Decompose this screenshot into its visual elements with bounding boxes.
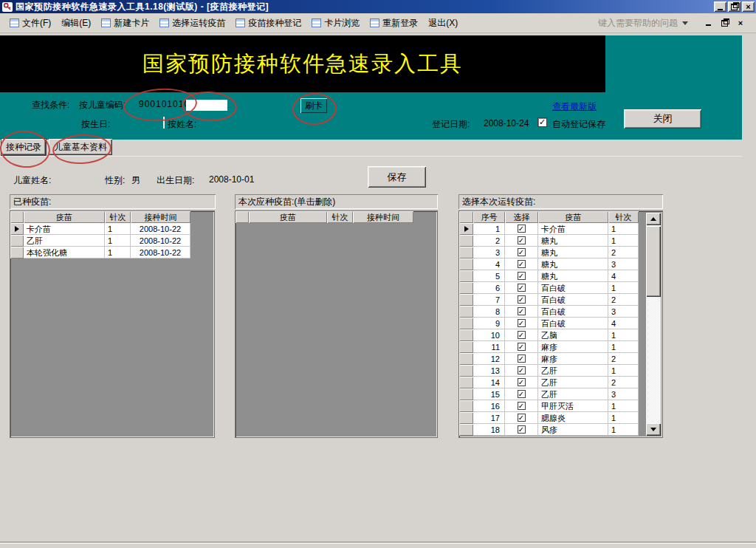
dose-cell[interactable]: 4 [608,318,639,329]
select-cell[interactable]: ✓ [505,282,538,294]
row-selector-cell[interactable] [459,318,473,329]
table-row[interactable]: 卡介苗12008-10-22 [10,223,214,235]
vaccine-cell[interactable]: 乙肝 [538,365,608,377]
vaccine-cell[interactable]: 糖丸 [538,235,608,247]
table-row[interactable]: 18✓风疹1 [459,424,662,436]
table-row[interactable]: 乙肝12008-10-22 [10,235,214,247]
table-row[interactable]: 9✓百白破4 [459,318,662,329]
select-cell[interactable]: ✓ [505,247,538,258]
dose-cell[interactable]: 1 [608,400,639,412]
select-checkbox[interactable]: ✓ [518,331,526,339]
tab-child-basic-info[interactable]: 儿童基本资料 [49,139,112,155]
table-row[interactable]: 10✓乙脑1 [459,329,662,341]
row-selector-cell[interactable] [10,235,24,247]
dose-column-header[interactable]: 针次 [105,211,131,223]
select-checkbox[interactable]: ✓ [518,390,526,398]
select-cell[interactable]: ✓ [505,412,538,424]
number-cell[interactable]: 15 [473,388,505,400]
select-checkbox[interactable]: ✓ [518,272,526,280]
dose-column-header[interactable]: 针次 [327,211,353,223]
table-row[interactable]: 7✓百白破2 [459,294,662,306]
dose-cell[interactable]: 1 [608,329,639,341]
table-row[interactable]: 17✓腮腺炎1 [459,412,662,424]
menu-item[interactable]: 文件(F) [4,15,56,32]
vaccine-cell[interactable]: 百白破 [538,294,608,306]
child-close-button[interactable]: × [735,18,746,28]
vaccine-cell[interactable]: 乙肝 [24,235,105,247]
number-cell[interactable]: 9 [473,318,505,329]
table-row[interactable]: 6✓百白破1 [459,282,662,294]
select-checkbox[interactable]: ✓ [518,378,526,386]
vaccine-cell[interactable]: 卡介苗 [24,223,105,235]
number-cell[interactable]: 18 [473,424,505,436]
select-column-header[interactable]: 选择 [505,211,538,223]
menu-item[interactable]: 新建卡片 [96,15,154,32]
menu-item[interactable]: 卡片浏览 [306,15,365,32]
date-column-header[interactable]: 接种时间 [353,211,413,223]
vaccine-column-header[interactable]: 疫苗 [24,211,105,223]
select-checkbox[interactable]: ✓ [518,425,526,434]
number-cell[interactable]: 7 [473,294,505,306]
vaccine-column-header[interactable]: 疫苗 [538,211,608,223]
select-cell[interactable]: ✓ [505,270,538,282]
row-selector-cell[interactable] [459,377,473,388]
number-cell[interactable]: 17 [473,412,505,424]
select-cell[interactable]: ✓ [505,365,538,377]
number-cell[interactable]: 4 [473,258,505,270]
select-cell[interactable]: ✓ [505,341,538,353]
date-column-header[interactable]: 接种时间 [131,211,190,223]
table-row[interactable]: 2✓糖丸1 [459,235,662,247]
dose-cell[interactable]: 1 [608,341,639,353]
select-cell[interactable]: ✓ [505,353,538,365]
table-row[interactable]: 13✓乙肝1 [459,365,662,377]
number-cell[interactable]: 5 [473,270,505,282]
row-selector-cell[interactable] [459,294,473,306]
select-checkbox[interactable]: ✓ [518,225,526,233]
date-cell[interactable]: 2008-10-22 [131,247,190,258]
row-selector-cell[interactable] [459,282,473,294]
vaccine-cell[interactable]: 本轮强化糖 [24,247,105,258]
select-checkbox[interactable]: ✓ [518,319,526,327]
dose-cell[interactable]: 4 [608,270,639,282]
select-checkbox[interactable]: ✓ [518,343,526,351]
vaccine-column-header[interactable]: 疫苗 [249,211,327,223]
vaccine-cell[interactable]: 乙肝 [538,388,608,400]
scrollbar-thumb[interactable] [646,226,661,297]
table-row[interactable]: 14✓乙肝2 [459,377,662,388]
vaccine-cell[interactable]: 百白破 [538,318,608,329]
dose-cell[interactable]: 1 [608,365,639,377]
select-checkbox[interactable]: ✓ [518,414,526,422]
row-selector-cell[interactable] [459,341,473,353]
select-checkbox[interactable]: ✓ [518,307,526,315]
menu-item[interactable]: 编辑(E) [56,15,96,32]
dose-cell[interactable]: 2 [608,377,639,388]
select-checkbox[interactable]: ✓ [518,366,526,374]
select-cell[interactable]: ✓ [505,329,538,341]
vaccine-cell[interactable]: 糖丸 [538,247,608,258]
menu-item[interactable]: 退出(X) [423,15,463,32]
vaccine-cell[interactable]: 甲肝灭活 [538,400,608,412]
number-cell[interactable]: 3 [473,247,505,258]
minimize-button[interactable] [714,1,726,12]
dose-cell[interactable]: 2 [608,353,639,365]
child-minimize-button[interactable] [703,18,713,28]
select-checkbox[interactable]: ✓ [518,355,526,363]
select-checkbox[interactable]: ✓ [518,284,526,292]
row-selector-cell[interactable] [459,258,473,270]
vaccine-cell[interactable]: 麻疹 [538,341,608,353]
table-row[interactable]: 本轮强化糖12008-10-22 [10,247,214,258]
latest-version-link[interactable]: 查看最新版 [552,100,597,113]
vaccine-cell[interactable]: 腮腺炎 [538,412,608,424]
number-cell[interactable]: 16 [473,400,505,412]
date-cell[interactable]: 2008-10-22 [131,235,190,247]
row-selector-cell[interactable] [459,388,473,400]
auto-save-checkbox[interactable]: ✓ [537,117,547,127]
row-selector-cell[interactable] [459,353,473,365]
dose-cell[interactable]: 1 [608,424,639,436]
number-cell[interactable]: 12 [473,353,505,365]
table-row[interactable]: 1✓卡介苗1 [459,223,662,235]
row-selector-cell[interactable] [459,329,473,341]
dose-cell[interactable]: 1 [608,223,639,235]
vaccine-cell[interactable]: 卡介苗 [538,223,608,235]
number-column-header[interactable]: 序号 [473,211,505,223]
